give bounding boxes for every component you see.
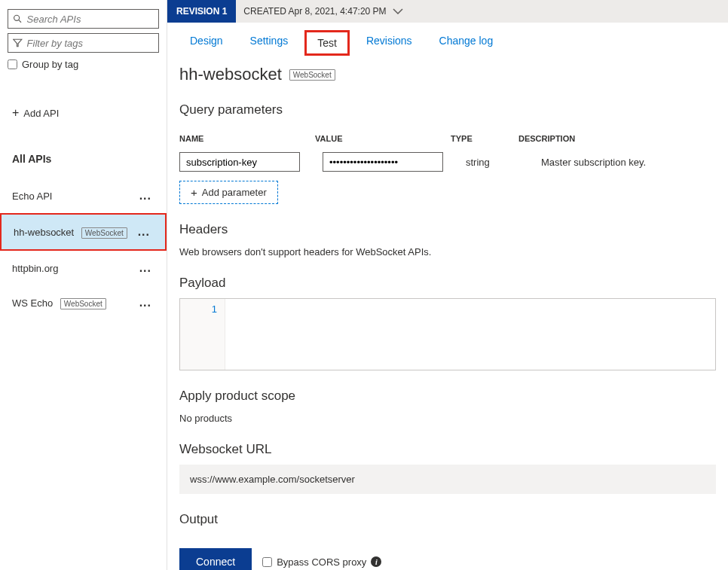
svg-line-1 bbox=[19, 20, 21, 23]
plus-icon: + bbox=[12, 106, 19, 120]
page-title-text: hh-websocket bbox=[179, 65, 282, 84]
api-item-ws-echo[interactable]: WS Echo WebSocket ... bbox=[8, 285, 159, 320]
add-api-button[interactable]: + Add API bbox=[8, 100, 159, 126]
group-by-label: Group by tag bbox=[22, 59, 78, 70]
output-heading: Output bbox=[179, 512, 716, 527]
api-item-httpbin[interactable]: httpbin.org ... bbox=[8, 251, 159, 285]
websocket-badge: WebSocket bbox=[81, 227, 127, 239]
tab-test[interactable]: Test bbox=[304, 30, 350, 56]
api-item-name: WS Echo bbox=[12, 297, 53, 309]
tab-settings[interactable]: Settings bbox=[240, 30, 299, 56]
headers-heading: Headers bbox=[179, 222, 716, 237]
search-icon bbox=[13, 14, 23, 24]
product-scope-heading: Apply product scope bbox=[179, 389, 716, 404]
main-panel: REVISION 1 CREATED Apr 8, 2021, 4:47:20 … bbox=[167, 0, 728, 570]
group-by-tag-checkbox[interactable]: Group by tag bbox=[8, 59, 159, 70]
payload-heading: Payload bbox=[179, 276, 716, 291]
tab-revisions[interactable]: Revisions bbox=[356, 30, 423, 56]
connect-button[interactable]: Connect bbox=[179, 548, 252, 570]
websocket-url-value: wss://www.example.com/socketserver bbox=[179, 465, 716, 494]
query-params-table: NAME VALUE TYPE DESCRIPTION string Maste… bbox=[179, 128, 716, 204]
websocket-badge: WebSocket bbox=[60, 298, 106, 309]
revision-dropdown[interactable] bbox=[393, 6, 403, 17]
tab-design[interactable]: Design bbox=[179, 30, 234, 56]
info-icon[interactable]: i bbox=[371, 556, 381, 567]
add-param-label: Add parameter bbox=[202, 187, 267, 198]
more-icon[interactable]: ... bbox=[138, 225, 150, 239]
api-list: Echo API ... hh-websocket WebSocket ... … bbox=[8, 178, 159, 320]
payload-line-number: 1 bbox=[180, 299, 225, 370]
api-item-hh-websocket[interactable]: hh-websocket WebSocket ... bbox=[0, 213, 167, 251]
plus-icon: + bbox=[191, 186, 197, 199]
col-description: DESCRIPTION bbox=[518, 134, 716, 143]
headers-info: Web browsers don't support headers for W… bbox=[179, 246, 716, 258]
more-icon[interactable]: ... bbox=[139, 296, 151, 309]
col-type: TYPE bbox=[451, 134, 518, 143]
api-item-echo[interactable]: Echo API ... bbox=[8, 178, 159, 213]
topbar: REVISION 1 CREATED Apr 8, 2021, 4:47:20 … bbox=[167, 0, 728, 23]
bypass-cors-checkbox[interactable]: Bypass CORS proxy i bbox=[262, 556, 381, 568]
param-type: string bbox=[466, 157, 534, 168]
product-scope-text: No products bbox=[179, 413, 716, 424]
query-params-heading: Query parameters bbox=[179, 102, 716, 117]
tabs: Design Settings Test Revisions Change lo… bbox=[167, 23, 728, 56]
websocket-badge: WebSocket bbox=[289, 69, 335, 81]
payload-editor[interactable]: 1 bbox=[179, 298, 716, 370]
all-apis-heading[interactable]: All APIs bbox=[8, 147, 159, 171]
chevron-down-icon bbox=[393, 8, 403, 14]
revision-badge[interactable]: REVISION 1 bbox=[167, 0, 236, 23]
search-apis-box[interactable] bbox=[8, 9, 159, 29]
payload-content[interactable] bbox=[225, 299, 715, 370]
add-api-label: Add API bbox=[23, 108, 59, 119]
created-text: CREATED Apr 8, 2021, 4:47:20 PM bbox=[243, 6, 386, 17]
bypass-label: Bypass CORS proxy bbox=[277, 556, 366, 568]
more-icon[interactable]: ... bbox=[139, 189, 151, 203]
add-parameter-button[interactable]: + Add parameter bbox=[179, 181, 278, 204]
svg-marker-2 bbox=[14, 39, 22, 46]
filter-icon bbox=[13, 38, 23, 48]
content: hh-websocket WebSocket Query parameters … bbox=[167, 56, 728, 570]
websocket-url-heading: Websocket URL bbox=[179, 442, 716, 457]
search-input[interactable] bbox=[27, 14, 154, 25]
tab-changelog[interactable]: Change log bbox=[429, 30, 504, 56]
filter-input[interactable] bbox=[27, 38, 154, 49]
page-title: hh-websocket WebSocket bbox=[179, 65, 716, 84]
group-by-tag-input[interactable] bbox=[8, 59, 17, 69]
param-description: Master subscription key. bbox=[541, 157, 716, 168]
api-item-name: httpbin.org bbox=[12, 263, 58, 274]
api-item-name: hh-websocket bbox=[14, 227, 74, 238]
filter-tags-box[interactable] bbox=[8, 33, 159, 53]
param-name-input[interactable] bbox=[179, 152, 300, 172]
api-item-name: Echo API bbox=[12, 191, 52, 202]
table-header: NAME VALUE TYPE DESCRIPTION bbox=[179, 128, 716, 149]
svg-point-0 bbox=[14, 15, 20, 20]
more-icon[interactable]: ... bbox=[139, 261, 151, 275]
connect-row: Connect Bypass CORS proxy i bbox=[179, 548, 716, 570]
bypass-checkbox-input[interactable] bbox=[262, 557, 272, 567]
param-value-input[interactable] bbox=[323, 152, 443, 172]
sidebar: Group by tag + Add API All APIs Echo API… bbox=[0, 0, 167, 570]
col-value: VALUE bbox=[315, 134, 451, 143]
col-name: NAME bbox=[179, 134, 315, 143]
table-row: string Master subscription key. bbox=[179, 149, 716, 175]
